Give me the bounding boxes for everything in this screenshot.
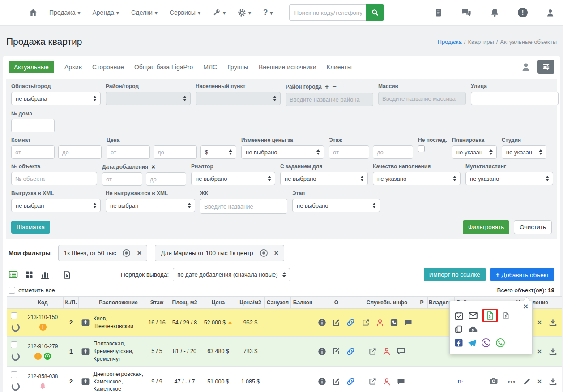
link-icon[interactable] [346, 377, 355, 386]
settlement-select[interactable] [196, 92, 281, 105]
link-icon[interactable] [346, 347, 355, 356]
chart-view-icon[interactable] [40, 270, 50, 279]
warning-badge[interactable] [34, 353, 42, 360]
apply-filter-button[interactable]: Фильтровать [463, 220, 509, 234]
email-icon[interactable] [468, 311, 478, 320]
photos-icon[interactable] [489, 376, 499, 385]
stage-select[interactable]: не выбрано [292, 199, 380, 212]
pdf-export-gray-icon[interactable] [502, 311, 510, 320]
clear-filter-button[interactable]: Очистить [514, 220, 552, 234]
nav-menu-deals[interactable]: Сделки [131, 9, 158, 16]
tab-actual[interactable]: Актуальные [9, 61, 54, 73]
object-id-input[interactable] [11, 172, 97, 185]
alerts-icon[interactable]: ! [518, 8, 528, 17]
excel-export-icon[interactable] [63, 270, 72, 279]
chess-view-button[interactable]: Шахматка [11, 221, 50, 234]
calendar-check-icon[interactable] [454, 311, 464, 320]
edit-note-icon[interactable] [332, 377, 341, 386]
rooms-from-input[interactable] [11, 145, 55, 159]
price-up-icon[interactable] [228, 321, 232, 324]
clear-date-filter-icon[interactable]: × [151, 163, 155, 170]
price-from-input[interactable] [107, 145, 150, 159]
map-icon[interactable] [81, 319, 90, 325]
bell-badge[interactable] [39, 383, 47, 390]
download-icon[interactable] [549, 377, 557, 386]
nav-menu-services[interactable]: Сервисы [170, 9, 200, 16]
tab-ligapro-base[interactable]: Общая база LigaPro [134, 64, 193, 71]
saved-filter-chip[interactable]: Для Марины от 100 тыс 1к центр × [155, 245, 284, 261]
saved-filter-chip[interactable]: 1к Шевч, от 50 тыс × [58, 245, 148, 261]
info-icon[interactable] [318, 318, 326, 327]
external-link-icon[interactable] [368, 347, 377, 356]
pdf-export-green-icon[interactable] [486, 311, 495, 320]
external-link-icon[interactable] [368, 377, 377, 386]
complex-input[interactable] [200, 199, 287, 214]
select-all-checkbox[interactable] [9, 287, 15, 294]
messages-icon[interactable] [461, 7, 472, 18]
delete-filter-icon[interactable]: × [137, 249, 141, 257]
view-filter-icon[interactable] [122, 249, 131, 257]
more-actions-icon[interactable] [508, 378, 516, 385]
map-icon[interactable] [81, 378, 90, 384]
grid-view-icon[interactable] [25, 270, 34, 279]
nav-help-menu[interactable]: ? [263, 8, 273, 17]
owner-contact-icon[interactable] [382, 347, 391, 356]
object-code[interactable]: 213-110-150 [24, 314, 62, 320]
journal-icon[interactable] [434, 8, 443, 17]
edit-icon[interactable] [523, 378, 531, 386]
import-by-link-button[interactable]: Импорт по ссылке [424, 268, 486, 281]
edit-note-icon[interactable] [332, 347, 341, 356]
refresh-status-icon[interactable] [11, 382, 21, 392]
profile-icon[interactable] [546, 8, 555, 17]
delete-icon[interactable] [537, 378, 542, 385]
row-checkbox[interactable] [11, 371, 17, 378]
filter-settings-button[interactable] [537, 60, 554, 74]
telegram-icon[interactable] [468, 338, 477, 347]
nav-settings-menu[interactable] [238, 9, 251, 17]
house-number-input[interactable] [11, 119, 55, 132]
link-icon[interactable] [346, 318, 355, 327]
tab-external-sources[interactable]: Внешние источники [259, 64, 316, 71]
city-district-input[interactable] [286, 93, 373, 106]
nav-menu-sale[interactable]: Продажа [49, 9, 80, 16]
clock-badge[interactable] [44, 353, 51, 360]
delete-filter-icon[interactable]: × [274, 249, 279, 257]
copy-icon[interactable] [454, 325, 463, 334]
object-code[interactable]: 212-910-279 [24, 343, 62, 349]
owner-contact-icon[interactable] [375, 318, 384, 327]
refresh-status-icon[interactable] [11, 323, 21, 332]
download-icon[interactable] [549, 318, 557, 327]
select-all-label[interactable]: отметить все [18, 287, 55, 294]
date-to-input[interactable] [146, 172, 186, 186]
comment-icon[interactable] [397, 377, 405, 386]
cloud-upload-icon[interactable] [468, 324, 478, 334]
nav-tools-menu[interactable] [213, 9, 226, 17]
delete-icon[interactable] [537, 348, 542, 355]
price-change-select[interactable]: не выбрано [241, 145, 324, 159]
floor-from-input[interactable] [329, 145, 369, 159]
call-square-icon[interactable] [390, 318, 398, 327]
agent-filter-icon[interactable] [520, 62, 531, 72]
floor-to-input[interactable] [373, 145, 413, 159]
date-from-input[interactable] [102, 172, 142, 186]
viber-icon[interactable] [481, 338, 491, 348]
sort-order-select[interactable]: по дате добавления (сначала новые) [173, 268, 290, 281]
home-icon[interactable] [29, 8, 38, 17]
price-to-input[interactable] [154, 145, 197, 159]
multilisting-select[interactable]: не указано [465, 172, 553, 185]
download-icon[interactable] [549, 347, 557, 356]
object-code[interactable]: 212-858-038 [24, 373, 62, 379]
xml-export-select[interactable]: не выбран [11, 199, 101, 212]
published-link[interactable]: П: [458, 378, 483, 386]
edit-note-icon[interactable] [332, 318, 341, 327]
not-last-floor-checkbox[interactable] [418, 145, 425, 152]
row-checkbox[interactable] [11, 312, 17, 319]
quality-select[interactable]: не указано [373, 172, 461, 185]
district-select[interactable] [106, 92, 191, 105]
tab-groups[interactable]: Группы [227, 64, 248, 71]
warning-badge[interactable] [39, 324, 47, 331]
refresh-status-icon[interactable] [11, 352, 21, 362]
search-button[interactable] [366, 4, 384, 21]
map-icon[interactable] [81, 348, 90, 354]
task-for-select[interactable]: не выбрано [280, 172, 368, 185]
